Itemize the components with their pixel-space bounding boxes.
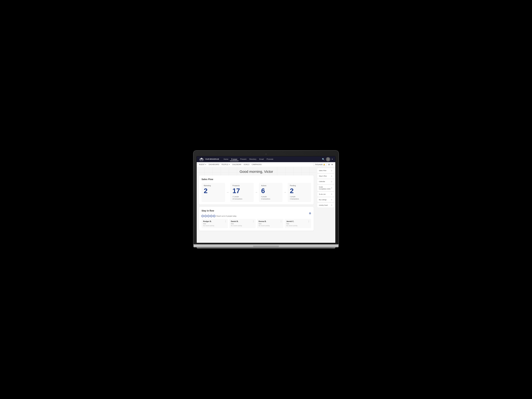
sales-flow-title: Sales Flow <box>202 178 311 181</box>
person-status-0: New <box>203 223 226 225</box>
subnav-dashboard[interactable]: DASHBOARD <box>209 164 219 165</box>
drag-icon-2: ✛ <box>331 181 332 183</box>
subnav-agent[interactable]: AGENT ▼ <box>199 164 206 165</box>
person-activity-0: No recent activity <box>203 225 226 227</box>
arrow-2: → <box>254 191 259 194</box>
flow-pending-sub: 2 people 2 transactions <box>290 196 309 200</box>
person-activity-3: No recent activity <box>286 225 310 227</box>
avatar-dropdown-icon[interactable]: ▼ <box>331 158 333 160</box>
person-menu-2[interactable]: ⋮ <box>280 220 282 222</box>
flow-actives-sub: 6 people 6 transactions <box>261 196 280 200</box>
nav-promote[interactable]: Promote <box>265 158 275 161</box>
greeting-heading: Good morning, Victor <box>240 170 273 174</box>
content-area: Good morning, Victor Sales Flow Marketin… <box>197 167 316 243</box>
drag-icon-1: ✛ <box>331 175 332 177</box>
flow-prospects[interactable]: Prospects 17 17 people 20 transactions <box>230 183 254 202</box>
person-menu-3[interactable]: ⋮ <box>308 220 310 222</box>
flow-actives[interactable]: Actives 6 6 people 6 transactions <box>259 183 282 202</box>
stay-subtitle: Reach out to 5 people today <box>216 215 236 217</box>
stay-settings-icon[interactable]: ⚙ <box>309 212 311 215</box>
person-card-3: ⋮ Jarrett C. New No recent activity <box>285 219 311 228</box>
flow-prospects-label: Prospects <box>233 185 252 187</box>
brand-name: YOUR BROKERAGE <box>205 158 219 160</box>
stay-dots-row: Reach out to 5 people today <box>202 215 236 217</box>
drag-icon-3: ✛ <box>331 187 332 189</box>
drag-icon-4: ✛ <box>331 193 332 195</box>
subnav-calendar[interactable]: CALENDAR <box>232 164 241 165</box>
person-menu-0[interactable]: ⋮ <box>225 220 227 222</box>
sales-flow-card: Sales Flow Marketing 2 → Prospects 17 <box>199 175 314 205</box>
person-card-2: ⋮ Donna B. New No recent activity <box>257 219 283 228</box>
drag-icon-5: ✛ <box>331 199 332 201</box>
subnav-campaigns[interactable]: CAMPAIGNS <box>252 164 262 165</box>
widget-calendar[interactable]: Calendar ✛ <box>317 179 334 184</box>
laptop-foot <box>197 247 335 249</box>
drag-icon-6: ✛ <box>331 204 332 206</box>
sub-navigation: AGENT ▼ DASHBOARD PEOPLE ▼ CALENDAR GOAL… <box>197 162 335 167</box>
person-name-2: Donna B. <box>259 220 282 222</box>
flow-marketing-number: 2 <box>204 188 223 194</box>
top-nav-links: Home Engage Present Directory Email Prom… <box>222 158 322 161</box>
people-grid: ⋮ Rodger B. New No recent activity ⋮ Dan… <box>202 219 311 228</box>
search-icon[interactable]: 🔍 <box>322 158 325 161</box>
person-name-0: Rodger B. <box>203 220 226 222</box>
flow-prospects-sub1: 17 people 20 transactions <box>233 196 252 200</box>
person-name-1: Daniel B. <box>231 220 254 222</box>
sales-flow-grid: Marketing 2 → Prospects 17 17 people 20 … <box>202 183 311 202</box>
top-navigation: YOUR BROKERAGE Home Engage Present Direc… <box>197 156 335 162</box>
subnav-people[interactable]: PEOPLE ▼ <box>222 164 230 165</box>
person-activity-2: No recent activity <box>259 225 282 227</box>
laptop-base <box>193 244 339 247</box>
flow-pending-label: Pending <box>290 185 309 187</box>
main-area: Good morning, Victor Sales Flow Marketin… <box>197 167 335 243</box>
widget-my-listings[interactable]: My Listings ✛ <box>317 197 334 202</box>
greeting-section: Good morning, Victor <box>197 167 316 175</box>
subnav-goals[interactable]: GOALS <box>244 164 249 165</box>
brand-logo-area: YOUR BROKERAGE <box>199 158 219 161</box>
person-menu-1[interactable]: ⋮ <box>252 220 254 222</box>
stay-title-row: Stay in flow Reach out <box>202 209 236 217</box>
person-status-2: New <box>259 223 282 225</box>
nav-engage[interactable]: Engage <box>230 158 239 161</box>
person-activity-1: No recent activity <box>231 225 254 227</box>
stay-in-flow-title: Stay in flow <box>202 209 236 212</box>
camera-dot <box>265 153 267 155</box>
dot-3 <box>207 215 209 217</box>
person-status-1: New <box>231 223 254 225</box>
flow-pending[interactable]: Pending 2 2 people 2 transactions <box>288 183 311 202</box>
nav-directory[interactable]: Directory <box>248 158 258 161</box>
top-nav-right: 🔍 V ▼ <box>322 157 333 161</box>
person-card-0: ⋮ Rodger B. New No recent activity <box>202 219 228 228</box>
nav-home[interactable]: Home <box>222 158 230 161</box>
person-name-3: Jarrett C. <box>286 220 310 222</box>
flow-marketing[interactable]: Marketing 2 <box>202 183 225 202</box>
widget-activity-feed[interactable]: Activity Feed ✛ <box>317 203 334 208</box>
widget-stay-in-flow[interactable]: Stay in flow ✛ <box>317 174 334 179</box>
widget-todo[interactable]: To-do List ✛ <box>317 192 334 197</box>
screen: YOUR BROKERAGE Home Engage Present Direc… <box>196 156 336 243</box>
dot-5 <box>213 215 215 217</box>
flow-pending-number: 2 <box>290 188 309 194</box>
agent-chevron: ▼ <box>205 164 206 165</box>
mail-icon[interactable]: ✉ <box>331 163 333 166</box>
arrow-3: → <box>282 191 288 194</box>
right-sidebar: Sales Flow ✛ Stay in flow ✛ Calendar ✛ G… <box>316 167 335 243</box>
widget-goals[interactable]: Goals Completion 2020 ✛ <box>317 185 334 191</box>
dot-2 <box>204 215 207 217</box>
widget-sales-flow[interactable]: Sales Flow ✛ <box>317 168 334 173</box>
bell-icon: 🔔 <box>323 164 325 165</box>
brand-logo-icon <box>199 158 204 161</box>
find-people-button[interactable]: Find people 🔔 <box>313 163 327 166</box>
settings-icon[interactable]: ⚙ <box>328 163 330 166</box>
flow-actives-label: Actives <box>261 185 280 187</box>
people-chevron: ▼ <box>228 164 230 165</box>
nav-present[interactable]: Present <box>239 158 248 161</box>
flow-actives-number: 6 <box>261 188 280 194</box>
flow-marketing-label: Marketing <box>204 185 223 187</box>
dot-1 <box>202 215 204 217</box>
nav-email[interactable]: Email <box>258 158 265 161</box>
person-card-1: ⋮ Daniel B. New No recent activity <box>229 219 256 228</box>
stay-dots <box>202 215 215 217</box>
flow-prospects-number: 17 <box>233 188 252 194</box>
user-avatar[interactable]: V <box>326 157 330 161</box>
